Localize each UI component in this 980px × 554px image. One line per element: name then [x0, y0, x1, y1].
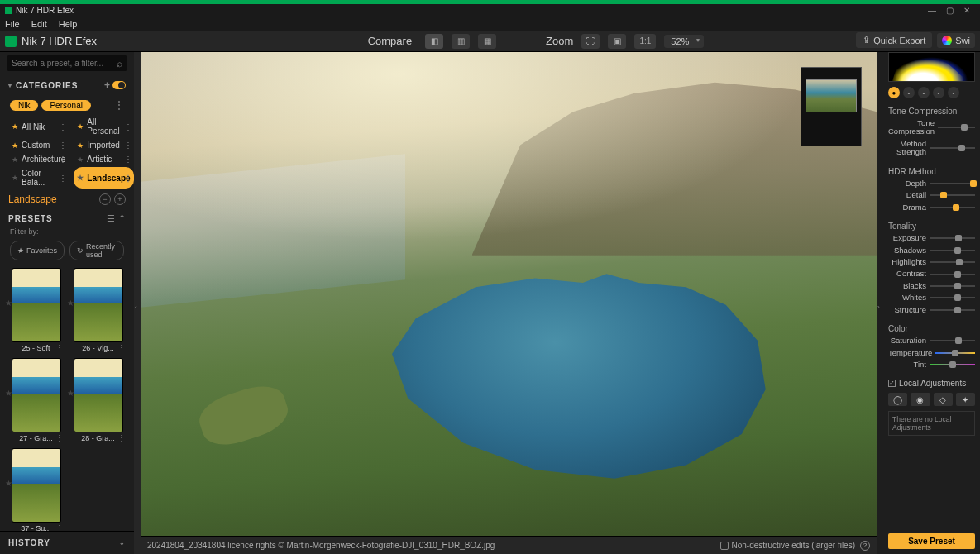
more-icon[interactable]: ⋮	[59, 122, 67, 131]
channel-lum-button[interactable]: ●	[888, 87, 900, 98]
zoom-fill-icon[interactable]: ▣	[608, 34, 626, 49]
channel-x-button[interactable]: •	[948, 87, 959, 98]
slider-track[interactable]	[930, 147, 975, 149]
slider-track[interactable]	[930, 297, 975, 298]
slider-track[interactable]	[930, 207, 975, 208]
slider-track[interactable]	[938, 127, 975, 128]
menu-help[interactable]: Help	[59, 19, 78, 29]
slider-knob[interactable]	[954, 283, 961, 289]
zoom-fit-icon[interactable]: ⛶	[581, 34, 600, 49]
slider-knob[interactable]	[954, 271, 961, 278]
slider-track[interactable]	[930, 340, 975, 341]
close-button[interactable]: ✕	[958, 6, 975, 15]
slider-knob[interactable]	[954, 307, 961, 313]
slider-knob[interactable]	[954, 247, 961, 254]
slider-knob[interactable]	[956, 259, 963, 265]
tool-circle-icon[interactable]: ◯	[888, 393, 907, 406]
more-icon[interactable]: ⋮	[59, 141, 67, 150]
slider-knob[interactable]	[955, 235, 962, 241]
favorite-icon[interactable]: ★	[67, 389, 74, 398]
tool-tag-icon[interactable]: ◇	[934, 393, 953, 406]
menu-edit[interactable]: Edit	[31, 19, 47, 29]
slider-track[interactable]	[935, 352, 975, 354]
tool-brush-icon[interactable]: ✦	[956, 393, 975, 406]
slider-knob[interactable]	[954, 294, 961, 301]
nondestructive-checkbox[interactable]	[720, 542, 729, 550]
slider-knob[interactable]	[970, 180, 977, 187]
categories-header[interactable]: ▾ CATEGORIES +	[0, 74, 134, 96]
preset-thumb[interactable]: ★25 - Soft⋮	[8, 269, 64, 352]
slider-knob[interactable]	[940, 192, 947, 198]
more-icon[interactable]: ⋮	[55, 433, 64, 442]
preset-thumb[interactable]: ★37 - Su...⋮	[8, 449, 64, 531]
category-item[interactable]: ★Landscape⋮	[74, 167, 133, 189]
slider-track[interactable]	[930, 274, 975, 275]
help-icon[interactable]: ?	[860, 541, 870, 551]
preset-thumb[interactable]: ★28 - Gra...⋮	[70, 359, 126, 442]
slider-knob[interactable]	[958, 145, 965, 151]
zoom-ratio[interactable]: 1:1	[634, 34, 656, 49]
presets-list-icon[interactable]: ☰	[107, 213, 115, 224]
landscape-add-icon[interactable]: +	[114, 193, 126, 205]
more-icon[interactable]: ⋮	[55, 523, 64, 531]
presets-collapse-icon[interactable]: ⌃	[118, 213, 126, 224]
favorite-icon[interactable]: ★	[5, 479, 12, 488]
category-toggle[interactable]	[112, 81, 126, 89]
navigator-thumbnail[interactable]	[801, 67, 862, 146]
more-icon[interactable]: ⋮	[59, 155, 67, 164]
category-item[interactable]: ★Color Bala...⋮	[8, 167, 69, 189]
category-item[interactable]: ★All Nik⋮	[8, 116, 69, 137]
more-icon[interactable]: ⋮	[124, 155, 132, 164]
local-adj-checkbox[interactable]	[888, 380, 896, 387]
more-icon[interactable]: ⋮	[55, 343, 64, 352]
category-item[interactable]: ★Custom⋮	[8, 139, 69, 151]
history-header[interactable]: HISTORY ⌄	[0, 531, 134, 554]
preset-thumb[interactable]: ★27 - Gra...⋮	[8, 359, 64, 442]
maximize-button[interactable]: ▢	[941, 6, 958, 15]
right-panel-handle[interactable]: ›	[877, 52, 883, 554]
tool-eye-icon[interactable]: ◉	[911, 393, 930, 406]
chip-favorites[interactable]: ★Favorites	[10, 241, 65, 260]
more-icon[interactable]: ⋮	[117, 433, 126, 442]
channel-b-button[interactable]: •	[933, 87, 944, 98]
pills-more-icon[interactable]: ⋮	[114, 99, 124, 111]
quick-export-button[interactable]: ⇪Quick Export	[856, 32, 932, 48]
compare-button[interactable]: Compare	[368, 35, 412, 47]
slider-knob[interactable]	[952, 350, 958, 356]
minimize-button[interactable]: —	[923, 6, 941, 15]
landscape-remove-icon[interactable]: −	[99, 193, 111, 205]
chip-recently-used[interactable]: ↻Recently used	[69, 241, 124, 260]
slider-knob[interactable]	[953, 204, 959, 211]
pill-personal[interactable]: Personal	[41, 100, 90, 111]
image-viewer[interactable]	[141, 52, 877, 536]
more-icon[interactable]: ⋮	[59, 174, 67, 183]
preset-thumb[interactable]: ★26 - Vig...⋮	[70, 269, 126, 352]
slider-track[interactable]	[930, 309, 975, 311]
channel-r-button[interactable]: •	[903, 87, 915, 98]
category-item[interactable]: ★Architecture⋮	[8, 153, 69, 165]
category-item[interactable]: ★All Personal⋮	[74, 116, 133, 137]
slider-track[interactable]	[930, 364, 975, 365]
more-icon[interactable]: ⋮	[124, 174, 132, 183]
more-icon[interactable]: ⋮	[124, 141, 132, 150]
favorite-icon[interactable]: ★	[5, 389, 12, 398]
add-category-icon[interactable]: +	[104, 79, 111, 91]
slider-track[interactable]	[930, 285, 975, 287]
slider-knob[interactable]	[949, 361, 956, 368]
more-icon[interactable]: ⋮	[117, 343, 126, 352]
slider-track[interactable]	[930, 237, 975, 239]
compare-mode-split-icon[interactable]: ▥	[452, 34, 470, 49]
slider-track[interactable]	[930, 250, 975, 251]
switch-button[interactable]: Swi	[937, 33, 975, 48]
slider-track[interactable]	[930, 261, 975, 263]
favorite-icon[interactable]: ★	[67, 298, 74, 308]
menu-file[interactable]: File	[5, 19, 20, 29]
compare-mode-side-icon[interactable]: ▦	[478, 34, 496, 49]
pill-nik[interactable]: Nik	[10, 100, 38, 111]
search-box[interactable]: ⌕	[7, 55, 127, 71]
more-icon[interactable]: ⋮	[124, 122, 132, 131]
slider-knob[interactable]	[955, 337, 962, 344]
search-input[interactable]	[12, 59, 117, 68]
left-panel-handle[interactable]: ‹	[134, 52, 141, 554]
channel-g-button[interactable]: •	[918, 87, 930, 98]
